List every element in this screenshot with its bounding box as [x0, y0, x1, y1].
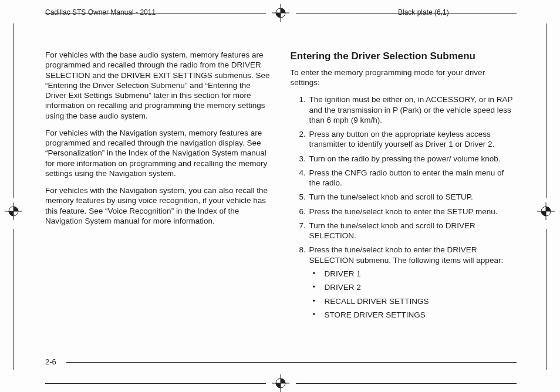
crop-line: [45, 13, 266, 13]
list-item: DRIVER 2: [312, 282, 517, 292]
body-text: For vehicles with the base audio system,…: [45, 50, 517, 324]
paragraph: For vehicles with the base audio system,…: [45, 50, 272, 121]
list-item: Turn the tune/select knob and scroll to …: [308, 221, 517, 241]
list-item-text: Press the tune/select knob to enter the …: [309, 245, 504, 264]
svg-point-6: [276, 379, 285, 388]
header-plate-info: Black plate (6,1): [398, 8, 449, 16]
header-doc-title: Cadillac STS Owner Manual - 2011: [45, 8, 156, 16]
ordered-list: The ignition must be either on, in ACCES…: [291, 94, 517, 320]
svg-point-3: [541, 207, 551, 216]
list-item: The ignition must be either on, in ACCES…: [308, 94, 517, 125]
crop-line: [13, 23, 14, 198]
crop-line: [546, 229, 546, 370]
paragraph: For vehicles with the Navigation system,…: [45, 185, 272, 226]
list-item: Press the tune/select knob to enter the …: [308, 207, 517, 217]
column-right: Entering the Driver Selection Submenu To…: [291, 50, 517, 324]
crop-line: [296, 13, 517, 13]
list-item: Press any button on the appropriate keyl…: [308, 129, 517, 150]
crop-line: [13, 229, 14, 370]
registration-mark-icon: [272, 4, 289, 22]
registration-mark-icon: [537, 202, 555, 220]
bullet-list: DRIVER 1 DRIVER 2 RECALL DRIVER SETTINGS…: [309, 269, 517, 320]
paragraph: To enter the memory programming mode for…: [291, 67, 517, 88]
list-item: Press the tune/select knob to enter the …: [308, 245, 517, 320]
list-item: Turn on the radio by pressing the power/…: [308, 154, 517, 164]
page-number: 2-6: [45, 357, 56, 366]
page: Cadillac STS Owner Manual - 2011 Black p…: [0, 0, 560, 392]
crop-line: [296, 383, 517, 384]
svg-point-9: [9, 207, 18, 216]
list-item: Press the CNFG radio button to enter the…: [308, 168, 517, 188]
svg-point-0: [276, 8, 285, 18]
paragraph: For vehicles with the Navigation system,…: [45, 128, 272, 178]
list-item: STORE DRIVER SETTINGS: [312, 310, 517, 320]
registration-mark-icon: [5, 202, 22, 220]
list-item: RECALL DRIVER SETTINGS: [312, 296, 517, 306]
list-item: Turn the tune/select knob and scroll to …: [308, 192, 517, 202]
section-heading: Entering the Driver Selection Submenu: [291, 50, 517, 63]
crop-line: [546, 23, 546, 198]
column-left: For vehicles with the base audio system,…: [45, 50, 272, 324]
list-item: DRIVER 1: [312, 269, 517, 279]
crop-line: [45, 383, 266, 384]
registration-mark-icon: [272, 374, 289, 392]
page-rule: [66, 362, 517, 363]
